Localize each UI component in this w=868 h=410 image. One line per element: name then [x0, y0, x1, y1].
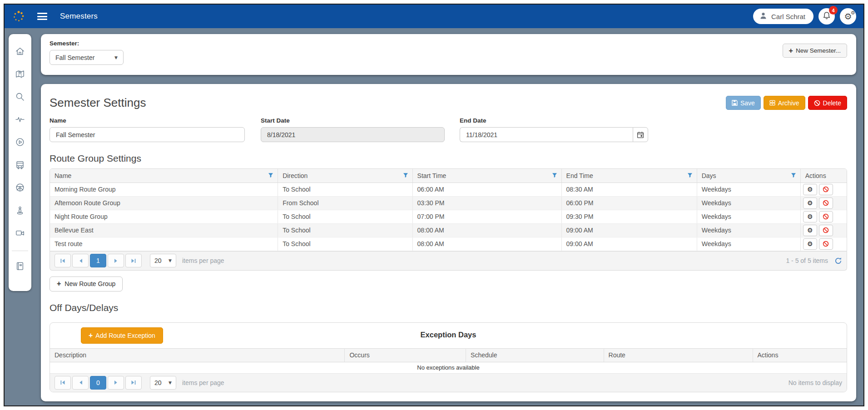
pager-page-button[interactable]: 0	[90, 376, 106, 390]
map-icon	[15, 69, 25, 79]
main-column: Semester: Fall Semester ▼ + New Semester…	[41, 34, 856, 401]
user-menu-button[interactable]: Carl Schrat	[753, 9, 813, 24]
chevron-down-icon: ▼	[114, 55, 118, 60]
menu-toggle-icon[interactable]	[37, 13, 47, 20]
route-group-row: Night Route GroupTo School07:00 PM09:30 …	[50, 210, 847, 223]
refresh-button[interactable]	[834, 257, 842, 265]
start-date-label: Start Date	[261, 117, 445, 124]
pager-prev-button[interactable]	[72, 376, 89, 390]
cell-days: Weekdays	[697, 223, 800, 237]
row-settings-button[interactable]: ⚙	[803, 184, 817, 195]
items-per-page-label: items per page	[182, 379, 224, 386]
filter-icon[interactable]	[552, 172, 557, 179]
row-delete-button[interactable]	[819, 184, 833, 195]
name-field-group: Name Fall Semester	[50, 117, 245, 142]
page-size-dropdown[interactable]: 20 ▼	[150, 376, 176, 390]
steering-wheel-icon	[15, 183, 25, 193]
topbar: Semesters Carl Schrat 4 ⚙⚙	[5, 5, 863, 28]
activity-icon	[15, 114, 25, 124]
cell-start_time: 03:30 PM	[412, 196, 561, 210]
row-settings-button[interactable]: ⚙	[803, 225, 817, 236]
col-start-time[interactable]: Start Time	[412, 169, 561, 183]
sidebar	[9, 34, 31, 291]
sidebar-item-map[interactable]	[12, 66, 28, 82]
row-settings-button[interactable]: ⚙	[803, 211, 817, 222]
sidebar-item-buses[interactable]	[12, 157, 28, 173]
pager-next-button[interactable]	[108, 376, 124, 390]
save-button[interactable]: Save	[726, 96, 761, 110]
pager-last-button[interactable]	[125, 376, 142, 390]
end-date-input[interactable]: 11/18/2021	[460, 127, 633, 142]
sidebar-item-search[interactable]	[12, 89, 28, 104]
row-settings-button[interactable]: ⚙	[803, 198, 817, 209]
cell-end_time: 06:00 PM	[561, 196, 697, 210]
row-delete-button[interactable]	[819, 211, 833, 222]
col-name[interactable]: Name	[50, 169, 278, 183]
sidebar-item-drivers[interactable]	[12, 180, 28, 195]
sidebar-item-playback[interactable]	[12, 134, 28, 150]
bus-icon	[15, 160, 25, 170]
col-end-time[interactable]: End Time	[561, 169, 697, 183]
calendar-icon	[637, 131, 644, 138]
route-group-settings-heading: Route Group Settings	[50, 153, 847, 164]
end-date-field-group: End Date 11/18/2021	[460, 117, 648, 142]
pager-page-button[interactable]: 1	[90, 254, 106, 267]
exception-pager: 0 20 ▼ items per page No items to displa…	[50, 374, 847, 392]
cell-direction: To School	[278, 183, 412, 196]
pager-last-button[interactable]	[125, 254, 142, 267]
notifications-button[interactable]: 4	[818, 8, 835, 25]
filter-icon[interactable]	[403, 172, 408, 179]
pager-first-button[interactable]	[55, 254, 71, 267]
col-description[interactable]: Description	[50, 348, 345, 362]
filter-icon[interactable]	[268, 172, 273, 179]
semester-select-group: Semester: Fall Semester ▼	[50, 40, 124, 75]
sidebar-item-video[interactable]	[12, 225, 28, 241]
cell-direction: To School	[278, 223, 412, 237]
block-icon	[823, 213, 829, 220]
pager-next-button[interactable]	[108, 254, 124, 267]
delete-button[interactable]: Delete	[808, 96, 847, 110]
archive-button[interactable]: Archive	[764, 96, 805, 110]
row-delete-button[interactable]	[819, 225, 833, 236]
new-route-group-button[interactable]: + New Route Group	[50, 277, 123, 291]
start-date-input[interactable]: 8/18/2021	[261, 127, 445, 142]
col-days[interactable]: Days	[697, 169, 800, 183]
sidebar-item-students[interactable]	[12, 203, 28, 218]
block-icon	[823, 241, 829, 247]
col-schedule[interactable]: Schedule	[466, 348, 604, 362]
cell-actions: ⚙	[800, 196, 847, 210]
route-group-row: Bellevue EastTo School08:00 AM09:00 AMWe…	[50, 223, 847, 237]
row-delete-button[interactable]	[819, 238, 833, 250]
cell-actions: ⚙	[800, 183, 847, 196]
semester-dropdown[interactable]: Fall Semester ▼	[50, 50, 124, 65]
cell-start_time: 06:00 AM	[412, 183, 561, 196]
cell-end_time: 09:00 AM	[561, 223, 697, 237]
user-icon	[759, 12, 767, 21]
pager-range-label: No items to display	[789, 379, 842, 386]
sidebar-item-home[interactable]	[12, 44, 28, 59]
end-date-calendar-button[interactable]	[633, 127, 648, 142]
cell-end_time: 09:00 AM	[561, 237, 697, 251]
cell-actions: ⚙	[800, 223, 847, 237]
filter-icon[interactable]	[687, 172, 693, 179]
block-icon	[823, 200, 829, 206]
page-size-dropdown[interactable]: 20 ▼	[150, 254, 176, 267]
pager-prev-button[interactable]	[72, 254, 89, 267]
row-settings-button[interactable]: ⚙	[803, 238, 817, 250]
sidebar-item-logs[interactable]	[12, 258, 28, 274]
new-semester-button[interactable]: + New Semester...	[783, 44, 847, 58]
cell-name: Night Route Group	[50, 210, 278, 223]
cell-end_time: 08:30 AM	[561, 183, 697, 196]
col-occurs[interactable]: Occurs	[345, 348, 466, 362]
settings-button[interactable]: ⚙⚙	[840, 8, 856, 25]
cell-direction: From School	[278, 196, 412, 210]
name-input[interactable]: Fall Semester	[50, 127, 245, 142]
col-direction[interactable]: Direction	[278, 169, 412, 183]
pager-first-button[interactable]	[55, 376, 71, 390]
cell-days: Weekdays	[697, 196, 800, 210]
block-icon	[823, 186, 829, 193]
filter-icon[interactable]	[791, 172, 796, 179]
col-route[interactable]: Route	[604, 348, 753, 362]
row-delete-button[interactable]	[819, 198, 833, 209]
sidebar-item-activity[interactable]	[12, 112, 28, 127]
